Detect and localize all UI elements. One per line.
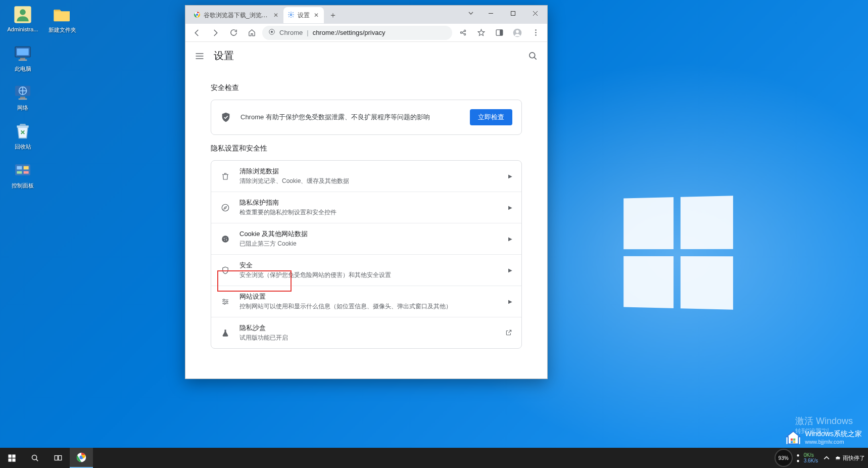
trash-icon xyxy=(220,171,230,181)
chevron-right-icon: ▶ xyxy=(508,205,512,210)
svg-point-50 xyxy=(32,455,36,459)
desktop-icon-label: 网络 xyxy=(17,104,28,112)
tab-other[interactable]: 谷歌浏览器下载_浏览器官网入口 ✕ xyxy=(189,7,283,23)
svg-rect-4 xyxy=(20,58,25,59)
forward-button[interactable] xyxy=(208,25,223,40)
compass-icon xyxy=(220,203,230,213)
svg-rect-14 xyxy=(17,171,22,174)
row-subtitle: 检查重要的隐私控制设置和安全控件 xyxy=(239,208,499,217)
desktop-icon-label: Administra... xyxy=(7,26,38,32)
control-panel-icon xyxy=(12,160,33,181)
desktop-icon-thispc[interactable]: 此电脑 xyxy=(4,43,41,73)
shield-outline-icon xyxy=(220,265,230,275)
svg-point-35 xyxy=(224,238,225,239)
row-privacy-sandbox[interactable]: 隐私沙盒试用版功能已开启 xyxy=(211,317,521,348)
row-subtitle: 安全浏览（保护您免受危险网站的侵害）和其他安全设置 xyxy=(239,271,499,279)
menu-button[interactable] xyxy=(528,25,543,40)
net-up-icon: ● xyxy=(797,452,800,458)
chevron-down-icon[interactable] xyxy=(462,6,479,21)
svg-point-38 xyxy=(226,239,227,240)
search-taskbar-button[interactable] xyxy=(23,448,46,468)
close-icon[interactable]: ✕ xyxy=(313,12,320,19)
shield-icon xyxy=(220,112,231,123)
recycle-bin-icon xyxy=(12,121,33,142)
svg-point-32 xyxy=(529,52,535,58)
svg-rect-3 xyxy=(17,49,28,55)
privacy-heading: 隐私设置和安全性 xyxy=(211,144,522,153)
desktop-icon-network[interactable]: 网络 xyxy=(4,82,41,112)
desktop-icon-newfolder[interactable]: 新建文件夹 xyxy=(43,4,81,34)
chevron-right-icon: ▶ xyxy=(508,236,512,242)
row-clear-browsing-data[interactable]: 清除浏览数据清除浏览记录、Cookie、缓存及其他数据 ▶ xyxy=(211,161,521,192)
row-title: 隐私沙盒 xyxy=(239,323,496,333)
tab-label: 设置 xyxy=(298,11,310,20)
svg-rect-49 xyxy=(12,458,15,461)
tab-strip: 谷歌浏览器下载_浏览器官网入口 ✕ 设置 ✕ ＋ xyxy=(185,7,462,24)
search-button[interactable] xyxy=(527,50,539,62)
svg-rect-47 xyxy=(12,454,15,457)
row-privacy-guide[interactable]: 隐私保护指南检查重要的隐私控制设置和安全控件 ▶ xyxy=(211,192,521,223)
desktop-icon-label: 新建文件夹 xyxy=(49,26,76,34)
address-bar[interactable]: Chrome | chrome://settings/privacy xyxy=(262,26,452,40)
row-site-settings[interactable]: 网站设置控制网站可以使用和显示什么信息（如位置信息、摄像头、弹出式窗口及其他） … xyxy=(211,286,521,317)
row-cookies[interactable]: Cookie 及其他网站数据已阻止第三方 Cookie ▶ xyxy=(211,223,521,254)
share-button[interactable] xyxy=(455,25,470,40)
svg-point-34 xyxy=(222,236,229,243)
tab-settings[interactable]: 设置 ✕ xyxy=(283,7,324,23)
desktop-icon-recycle[interactable]: 回收站 xyxy=(4,121,41,151)
bookmark-button[interactable] xyxy=(473,25,489,40)
rain-icon: 🌧 xyxy=(835,455,841,461)
performance-meter[interactable]: 93% xyxy=(775,449,793,467)
globe-icon xyxy=(12,82,33,103)
row-title: 隐私保护指南 xyxy=(239,198,499,207)
chrome-titlebar: 谷歌浏览器下载_浏览器官网入口 ✕ 设置 ✕ ＋ xyxy=(185,6,547,24)
svg-rect-19 xyxy=(511,11,515,15)
safety-check-heading: 安全检查 xyxy=(211,83,522,92)
row-title: 清除浏览数据 xyxy=(239,167,499,176)
page-title: 设置 xyxy=(214,49,234,63)
close-icon[interactable]: ✕ xyxy=(272,12,279,19)
row-title: 网站设置 xyxy=(239,292,499,301)
chevron-right-icon: ▶ xyxy=(508,299,512,304)
weather-text: 雨快停了 xyxy=(843,454,865,462)
reload-button[interactable] xyxy=(226,25,241,40)
profile-button[interactable] xyxy=(510,25,525,40)
svg-rect-42 xyxy=(791,439,793,441)
desktop-icon-control-panel[interactable]: 控制面板 xyxy=(4,160,41,190)
task-view-button[interactable] xyxy=(46,448,70,468)
desktop-icon-admin[interactable]: Administra... xyxy=(4,4,41,34)
back-button[interactable] xyxy=(189,25,205,40)
svg-rect-52 xyxy=(59,456,62,460)
close-button[interactable] xyxy=(524,6,546,21)
network-speed-widget[interactable]: ● ● xyxy=(797,452,800,463)
gear-icon xyxy=(287,11,295,20)
windows-logo-graphic xyxy=(623,196,733,309)
svg-rect-26 xyxy=(500,30,503,35)
side-panel-button[interactable] xyxy=(492,25,507,40)
user-icon xyxy=(12,4,33,25)
cookie-icon xyxy=(220,234,230,244)
hamburger-menu-button[interactable] xyxy=(194,50,206,62)
start-button[interactable] xyxy=(0,448,23,468)
address-separator: | xyxy=(307,29,308,36)
house-icon xyxy=(785,429,802,446)
svg-rect-5 xyxy=(19,60,27,61)
minimize-button[interactable] xyxy=(479,6,502,21)
privacy-list-card: 清除浏览数据清除浏览记录、Cookie、缓存及其他数据 ▶ 隐私保护指南检查重要… xyxy=(211,160,522,349)
tray-chevron-up-icon[interactable] xyxy=(822,453,831,462)
taskbar-chrome-button[interactable] xyxy=(70,448,93,468)
chevron-right-icon: ▶ xyxy=(508,173,512,179)
folder-icon xyxy=(52,4,73,25)
svg-point-1 xyxy=(20,9,26,15)
home-button[interactable] xyxy=(244,25,259,40)
row-title: Cookie 及其他网站数据 xyxy=(239,229,499,239)
weather-widget[interactable]: 🌧 雨快停了 xyxy=(835,454,865,462)
svg-point-18 xyxy=(290,14,292,16)
new-tab-button[interactable]: ＋ xyxy=(326,8,340,22)
row-security[interactable]: 安全安全浏览（保护您免受危险网站的侵害）和其他安全设置 ▶ xyxy=(211,254,521,286)
check-now-button[interactable]: 立即检查 xyxy=(470,109,512,125)
row-subtitle: 试用版功能已开启 xyxy=(239,334,496,342)
svg-rect-46 xyxy=(8,454,11,457)
maximize-button[interactable] xyxy=(502,6,524,21)
desktop-icon-label: 回收站 xyxy=(15,143,31,151)
